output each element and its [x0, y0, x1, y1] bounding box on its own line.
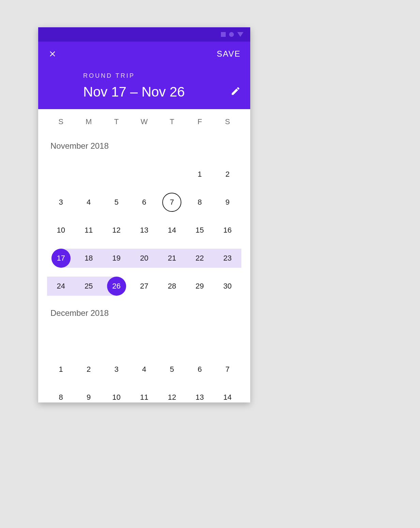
day-number: 6 [190, 360, 209, 379]
day-cell[interactable]: 18 [75, 244, 102, 272]
day-number: 12 [107, 221, 126, 240]
day-cell-empty [75, 160, 102, 188]
picker-header: SAVE ROUND TRIP Nov 17 – Nov 26 [38, 42, 250, 109]
day-cell[interactable]: 9 [75, 383, 102, 402]
day-number: 2 [79, 360, 98, 379]
status-triangle-icon [237, 32, 243, 37]
day-cell[interactable]: 23 [214, 244, 241, 272]
day-number: 1 [51, 360, 71, 379]
day-cell[interactable]: 20 [130, 244, 158, 272]
day-cell[interactable]: 2 [75, 355, 102, 383]
trip-type-label: ROUND TRIP [83, 72, 185, 79]
day-number: 4 [135, 360, 154, 379]
day-cell-empty [130, 160, 158, 188]
day-number: 9 [218, 193, 237, 212]
day-number: 11 [79, 221, 98, 240]
day-number: 6 [135, 193, 154, 212]
close-button[interactable] [48, 49, 57, 59]
month-title: November 2018 [47, 133, 241, 160]
day-number: 15 [190, 221, 209, 240]
pencil-icon [230, 86, 241, 96]
weekday-label: S [214, 117, 241, 126]
day-cell[interactable]: 16 [214, 216, 241, 244]
day-cell-empty [130, 327, 158, 355]
day-cell[interactable]: 1 [186, 160, 213, 188]
day-cell[interactable]: 14 [214, 383, 241, 402]
day-cell[interactable]: 28 [158, 272, 186, 300]
day-number: 24 [51, 277, 71, 296]
day-number: 28 [162, 277, 181, 296]
day-cell[interactable]: 29 [186, 272, 213, 300]
day-cell[interactable]: 22 [186, 244, 213, 272]
day-cell[interactable]: 4 [75, 188, 102, 216]
edit-dates-button[interactable] [230, 86, 241, 100]
day-cell[interactable]: 21 [158, 244, 186, 272]
day-cell[interactable]: 13 [186, 383, 213, 402]
day-number: 3 [107, 360, 126, 379]
day-cell[interactable]: 19 [103, 244, 130, 272]
calendar-body[interactable]: November 2018123456789101112131415161718… [38, 133, 250, 402]
day-cell-empty [214, 327, 241, 355]
day-cell[interactable]: 7 [158, 188, 186, 216]
day-cell[interactable]: 6 [186, 355, 213, 383]
day-cell[interactable]: 13 [130, 216, 158, 244]
day-cell[interactable]: 30 [214, 272, 241, 300]
day-cell-empty [158, 327, 186, 355]
day-cell[interactable]: 3 [47, 188, 75, 216]
weekday-header-row: SMTWTFS [38, 109, 250, 133]
day-cell[interactable]: 3 [103, 355, 130, 383]
day-cell[interactable]: 11 [130, 383, 158, 402]
day-cell-empty [186, 327, 213, 355]
day-number: 25 [79, 277, 98, 296]
day-cell[interactable]: 2 [214, 160, 241, 188]
day-number: 2 [218, 165, 237, 184]
month-grid: 1234567891011121314151617181920212223242… [47, 327, 241, 402]
day-cell[interactable]: 5 [103, 188, 130, 216]
day-cell[interactable]: 1 [47, 355, 75, 383]
day-number: 8 [51, 388, 71, 402]
day-cell[interactable]: 25 [75, 272, 102, 300]
day-number: 19 [107, 249, 126, 268]
day-number: 20 [135, 249, 154, 268]
day-number: 8 [190, 193, 209, 212]
day-cell[interactable]: 5 [158, 355, 186, 383]
day-number: 14 [162, 221, 181, 240]
day-cell-empty [158, 160, 186, 188]
day-number: 13 [135, 221, 154, 240]
day-cell[interactable]: 7 [214, 355, 241, 383]
day-cell[interactable]: 10 [103, 383, 130, 402]
day-cell[interactable]: 10 [47, 216, 75, 244]
day-cell[interactable]: 14 [158, 216, 186, 244]
day-number: 5 [107, 193, 126, 212]
day-cell-empty [75, 327, 102, 355]
day-cell[interactable]: 15 [186, 216, 213, 244]
selected-date-range: Nov 17 – Nov 26 [83, 84, 185, 100]
day-cell-empty [103, 160, 130, 188]
day-number: 12 [162, 388, 181, 402]
day-cell[interactable]: 6 [130, 188, 158, 216]
weekday-label: M [75, 117, 102, 126]
weekday-label: F [186, 117, 213, 126]
day-cell[interactable]: 8 [186, 188, 213, 216]
day-cell[interactable]: 8 [47, 383, 75, 402]
weekday-label: T [158, 117, 186, 126]
day-cell[interactable]: 12 [103, 216, 130, 244]
status-bar [38, 27, 250, 42]
day-number: 14 [218, 388, 237, 402]
save-button[interactable]: SAVE [217, 49, 241, 59]
status-circle-icon [229, 32, 234, 37]
day-cell[interactable]: 26 [103, 272, 130, 300]
day-cell[interactable]: 4 [130, 355, 158, 383]
day-number: 13 [190, 388, 209, 402]
month-grid: 1234567891011121314151617181920212223242… [47, 160, 241, 300]
day-number: 18 [79, 249, 98, 268]
day-cell[interactable]: 12 [158, 383, 186, 402]
day-cell[interactable]: 11 [75, 216, 102, 244]
day-number: 17 [51, 249, 71, 268]
day-cell[interactable]: 17 [47, 244, 75, 272]
day-cell[interactable]: 27 [130, 272, 158, 300]
day-cell[interactable]: 24 [47, 272, 75, 300]
day-cell[interactable]: 9 [214, 188, 241, 216]
day-number: 5 [162, 360, 181, 379]
day-number: 27 [135, 277, 154, 296]
